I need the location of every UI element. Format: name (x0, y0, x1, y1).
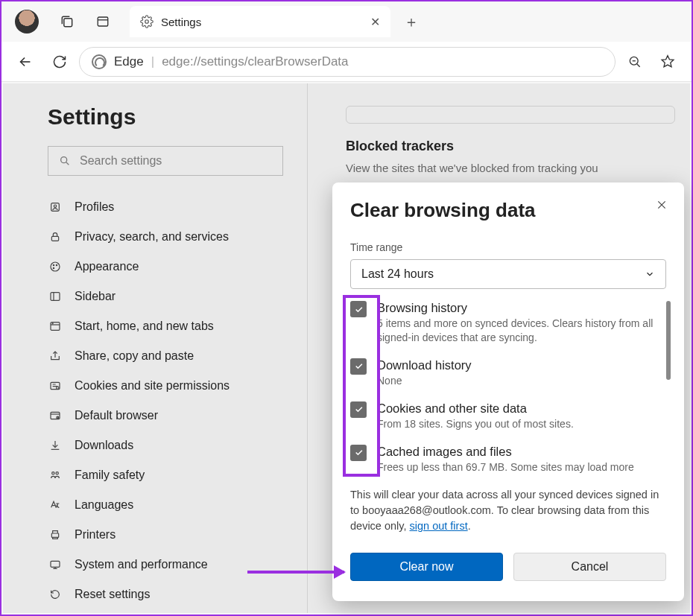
sidebar-item-label: Privacy, search, and services (75, 230, 229, 244)
url-path: settings/clearBrowserData (200, 54, 348, 69)
sidebar-item-sidebar[interactable]: Sidebar (48, 282, 307, 311)
option-title: Download history (377, 358, 472, 372)
checkbox[interactable] (350, 301, 367, 317)
sidebar-item-home[interactable]: Start, home, and new tabs (48, 311, 307, 341)
scrollbar-thumb[interactable] (666, 301, 671, 380)
option-title: Browsing history (377, 301, 659, 315)
checkbox[interactable] (350, 358, 367, 375)
zoom-icon[interactable] (620, 47, 650, 77)
favorite-icon[interactable] (653, 47, 683, 77)
option-description: 5 items and more on synced devices. Clea… (377, 317, 659, 345)
sign-out-link[interactable]: sign out first (410, 520, 468, 532)
titlebar: Settings ✕ ＋ (1, 1, 692, 42)
tab-title: Settings (161, 16, 363, 28)
refresh-button[interactable] (45, 47, 75, 77)
clear-now-button[interactable]: Clear now (350, 553, 503, 581)
svg-rect-0 (64, 19, 72, 27)
sidebar-item-reset[interactable]: Reset settings (48, 580, 307, 609)
checkbox[interactable] (350, 445, 367, 461)
svg-point-16 (57, 387, 59, 389)
sidebar-item-cookie[interactable]: Cookies and site permissions (48, 371, 307, 401)
sidebar-item-palette[interactable]: Appearance (48, 252, 307, 282)
clear-browsing-data-dialog: Clear browsing data Time range Last 24 h… (332, 182, 684, 601)
sidebar-item-share[interactable]: Share, copy and paste (48, 341, 307, 371)
option-title: Cookies and other site data (377, 401, 574, 416)
sidebar-item-label: Share, copy and paste (75, 349, 194, 363)
sidebar-icon (48, 290, 63, 302)
svg-point-20 (56, 472, 58, 474)
svg-point-8 (51, 262, 60, 271)
sidebar-item-lang[interactable]: Languages (48, 490, 307, 520)
sidebar-item-profile[interactable]: Profiles (48, 192, 307, 222)
data-type-option: Browsing history5 items and more on sync… (350, 301, 659, 345)
profile-avatar[interactable] (15, 10, 39, 34)
dialog-close-button[interactable] (651, 194, 672, 215)
sidebar-item-label: Reset settings (75, 588, 150, 601)
time-range-label: Time range (350, 241, 666, 253)
data-type-option: Cached images and filesFrees up less tha… (350, 445, 659, 474)
sidebar-item-perf[interactable]: System and performance (48, 550, 307, 580)
sidebar-item-download[interactable]: Downloads (48, 431, 307, 460)
family-icon (48, 469, 63, 481)
svg-rect-12 (51, 293, 60, 301)
data-type-option: Download historyNone (350, 358, 659, 388)
toolbar: Edge | edge://settings/clearBrowserData (1, 42, 692, 82)
checkbox[interactable] (350, 401, 367, 418)
search-placeholder: Search settings (80, 154, 162, 168)
sidebar-item-label: Sidebar (75, 290, 116, 303)
svg-rect-22 (51, 561, 60, 567)
data-type-option: Cookies and other site dataFrom 18 sites… (350, 401, 659, 431)
new-tab-button[interactable]: ＋ (396, 7, 426, 36)
url-host: edge:// (162, 54, 200, 69)
sidebar-item-label: Profiles (75, 200, 114, 214)
svg-rect-1 (98, 17, 108, 26)
browser-tab[interactable]: Settings ✕ (130, 6, 390, 37)
profile-icon (48, 201, 63, 213)
tab-close-button[interactable]: ✕ (370, 15, 380, 29)
blocked-trackers-sub: View the sites that we've blocked from t… (346, 162, 675, 174)
svg-point-19 (52, 472, 54, 474)
edge-icon (92, 54, 107, 69)
settings-sidebar: Settings Search settings ProfilesPrivacy… (3, 83, 308, 613)
sidebar-item-label: Start, home, and new tabs (75, 320, 214, 333)
palette-icon (48, 261, 63, 273)
card-placeholder (346, 106, 675, 124)
sidebar-item-family[interactable]: Family safety (48, 460, 307, 490)
sidebar-item-printer[interactable]: Printers (48, 520, 307, 550)
perf-icon (48, 559, 63, 571)
collections-icon[interactable] (52, 7, 82, 36)
search-settings-input[interactable]: Search settings (48, 146, 283, 176)
cancel-button[interactable]: Cancel (513, 553, 666, 581)
sidebar-item-label: Languages (75, 498, 133, 512)
url-separator: | (151, 54, 154, 69)
svg-rect-15 (51, 382, 60, 389)
sidebar-item-browser[interactable]: Default browser (48, 401, 307, 431)
settings-main: Blocked trackers View the sites that we'… (331, 83, 690, 197)
address-bar[interactable]: Edge | edge://settings/clearBrowserData (79, 47, 616, 77)
sidebar-item-lock[interactable]: Privacy, search, and services (48, 222, 307, 252)
tab-actions-icon[interactable] (88, 7, 118, 36)
lock-icon (48, 231, 63, 243)
sidebar-item-label: Printers (75, 528, 116, 542)
footnote-text: This will clear your data across all you… (350, 489, 659, 532)
option-description: None (377, 374, 472, 388)
reset-icon (48, 588, 63, 600)
browser-icon (48, 410, 63, 422)
sidebar-item-label: System and performance (75, 558, 208, 571)
home-icon (48, 320, 63, 332)
svg-rect-21 (51, 533, 58, 537)
search-icon (59, 155, 71, 167)
svg-point-10 (56, 264, 57, 265)
sidebar-item-label: Downloads (75, 439, 133, 452)
time-range-value: Last 24 hours (361, 267, 434, 281)
sidebar-item-phone[interactable]: Phone and other devices (48, 609, 307, 616)
sidebar-item-label: Family safety (75, 469, 145, 482)
sidebar-item-label: Default browser (75, 409, 158, 422)
svg-point-14 (52, 323, 53, 324)
svg-rect-7 (51, 236, 58, 241)
back-button[interactable] (10, 47, 40, 77)
annotation-arrow (247, 571, 344, 574)
time-range-select[interactable]: Last 24 hours (350, 259, 666, 289)
sidebar-item-label: Cookies and site permissions (75, 379, 230, 393)
svg-point-6 (54, 205, 56, 207)
